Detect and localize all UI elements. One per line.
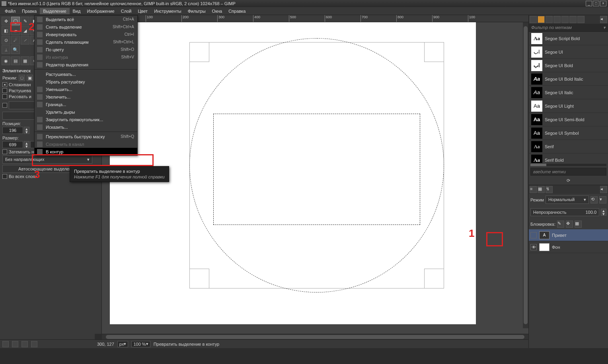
lock-pixels-icon[interactable]: ✎ [557, 221, 564, 228]
opacity-spinner[interactable]: ▴▾ [601, 209, 606, 216]
mode-switch-icon[interactable]: ▾ [599, 196, 606, 203]
menu-color[interactable]: Цвет [134, 8, 151, 14]
position-x-input[interactable] [2, 127, 23, 134]
tool-path[interactable]: ⟋ [21, 36, 29, 45]
lock-position-icon[interactable]: ✥ [566, 221, 573, 228]
tab-menu-icon[interactable]: ◂ [600, 186, 607, 193]
menu-view[interactable]: Вид [70, 8, 84, 14]
fixed-checkbox[interactable] [2, 103, 7, 108]
menu-select-sharpen[interactable]: Убрать растушёвку [35, 78, 137, 85]
menu-layer[interactable]: Слой [118, 8, 135, 14]
tab-tool-options[interactable]: ◉ [2, 56, 10, 65]
font-scrollbar[interactable] [530, 164, 606, 166]
layer-mode-select[interactable]: Нормальный▾ [546, 196, 589, 204]
menu-select-grow[interactable]: Увеличить... [35, 93, 137, 101]
menu-select-roundrect[interactable]: Закруглить прямоугольник... [35, 116, 137, 123]
close-button[interactable]: × [600, 1, 606, 6]
mode-reset-icon[interactable]: ⟲ [590, 196, 598, 203]
reset-options-icon[interactable] [31, 341, 37, 347]
menu-help[interactable]: Справка [225, 8, 249, 14]
font-item[interactable]: AaSegoe UI Symbol [529, 126, 608, 140]
position-x-spinner[interactable]: ▴▾ [24, 127, 29, 134]
menu-select-removeholes[interactable]: Удалить дыры [35, 108, 137, 116]
layer-item[interactable]: A Привет [529, 229, 608, 241]
tool-bucket[interactable]: ▰ [11, 26, 20, 35]
scrollbar-thumb[interactable] [524, 26, 528, 324]
antialias-checkbox[interactable] [2, 82, 7, 87]
corner-handle[interactable] [189, 42, 209, 62]
font-item[interactable]: AaSegoe UI Semi-Bold [529, 113, 608, 126]
menu-select-editor[interactable]: Редактор выделения [35, 61, 137, 68]
menu-select-quickmask[interactable]: Переключить быструю маскуShift+Q [35, 133, 137, 140]
menu-file[interactable]: Файл [2, 8, 19, 14]
tool-gradient[interactable]: ◢ [21, 26, 29, 35]
tool-zoom[interactable]: 🔍 [11, 45, 20, 54]
tab-fonts[interactable] [538, 16, 545, 23]
menu-filters[interactable]: Фильтры [185, 8, 209, 14]
font-item[interactable]: AaSerif Bold [529, 153, 608, 163]
tab-history[interactable] [577, 16, 585, 23]
menu-select[interactable]: Выделение [40, 8, 69, 14]
font-item[interactable]: AaSerif [529, 140, 608, 153]
menu-edit[interactable]: Правка [19, 8, 40, 14]
refresh-fonts-button[interactable]: ⟳ [529, 176, 608, 185]
font-item[interactable]: AaSegoe UI Italic [529, 86, 608, 99]
mode-replace[interactable]: □ [19, 75, 25, 81]
opacity-slider[interactable]: Непрозрачность 100.0 [530, 208, 599, 216]
menu-select-none[interactable]: Снять выделениеShift+Ctrl+A [35, 23, 137, 31]
status-zoom-select[interactable]: 100 % ▾ [131, 341, 150, 347]
layer-item[interactable]: 👁 Фон [529, 241, 608, 253]
tab-channels[interactable]: ▦ [538, 186, 545, 193]
tab-patterns[interactable] [546, 16, 553, 23]
scrollbar-thumb[interactable] [530, 164, 546, 166]
ruler-horizontal[interactable]: 0 100 200 300 400 500 600 700 800 900 10… [102, 15, 528, 22]
tool-move[interactable]: ✥ [2, 17, 10, 25]
menu-windows[interactable]: Окна [209, 8, 226, 14]
tab-layers[interactable]: ≡ [530, 186, 537, 193]
filter-tags-input[interactable]: Фильтр по меткам ▾ [529, 24, 608, 32]
tool-warp[interactable]: ◧ [2, 26, 10, 35]
save-options-icon[interactable] [2, 341, 9, 347]
font-item[interactable]: ابSegoe UI [529, 45, 608, 59]
tab-images[interactable]: ▦ [21, 56, 29, 65]
labels-input[interactable]: введите метки [530, 168, 606, 176]
menu-select-invert[interactable]: ИнвертироватьCtrl+I [35, 31, 137, 38]
restore-options-icon[interactable] [12, 341, 18, 347]
font-item[interactable]: AaSegoe UI Light [529, 99, 608, 113]
scrollbar-vertical[interactable] [523, 22, 528, 328]
menu-select-topath[interactable]: В контур [35, 148, 137, 155]
menu-tools[interactable]: Инструменты [151, 8, 185, 14]
tab-gradients[interactable] [553, 16, 561, 23]
tab-brushes[interactable] [530, 16, 537, 23]
font-list[interactable]: AaSegoe Script Bold ابSegoe UI ابSegoe U… [529, 32, 608, 163]
tool-free-select[interactable]: ✎ [21, 17, 29, 25]
guides-select[interactable]: Без направляющих▾ [2, 155, 92, 164]
scrollbar-horizontal[interactable] [102, 334, 528, 339]
layer-visibility-toggle[interactable] [530, 232, 537, 238]
corner-handle[interactable] [424, 269, 444, 288]
alllayers-checkbox[interactable] [2, 174, 7, 179]
corner-handle[interactable] [189, 269, 209, 288]
menu-select-feather[interactable]: Растушевать... [35, 70, 137, 78]
lock-alpha-icon[interactable]: ▦ [575, 221, 582, 228]
tab-palettes[interactable] [561, 16, 569, 23]
menu-select-distort[interactable]: Исказить... [35, 123, 137, 131]
rect-selection[interactable] [213, 114, 420, 225]
size-w-input[interactable] [2, 141, 23, 148]
menu-select-shrink[interactable]: Уменьшить... [35, 85, 137, 93]
maximize-button[interactable]: □ [593, 1, 599, 6]
status-unit-select[interactable]: px ▾ [117, 341, 129, 347]
menu-select-all[interactable]: Выделить всёCtrl+A [35, 15, 137, 23]
tool-measure[interactable]: ⟂ [2, 45, 10, 54]
minimize-button[interactable]: _ [586, 1, 592, 6]
mode-add[interactable]: ▣ [27, 75, 33, 81]
delete-options-icon[interactable] [21, 341, 28, 347]
corner-handle[interactable] [424, 42, 444, 62]
tab-device[interactable]: ▤ [11, 56, 20, 65]
tab-paths[interactable]: ↯ [546, 186, 553, 193]
menu-select-float[interactable]: Сделать плавающимShift+Ctrl+L [35, 38, 137, 46]
tab-docs[interactable] [569, 16, 577, 23]
tool-clone[interactable]: ⊙ [2, 36, 10, 45]
font-item[interactable]: AaSegoe Script Bold [529, 32, 608, 45]
menu-image[interactable]: Изображение [84, 8, 117, 14]
